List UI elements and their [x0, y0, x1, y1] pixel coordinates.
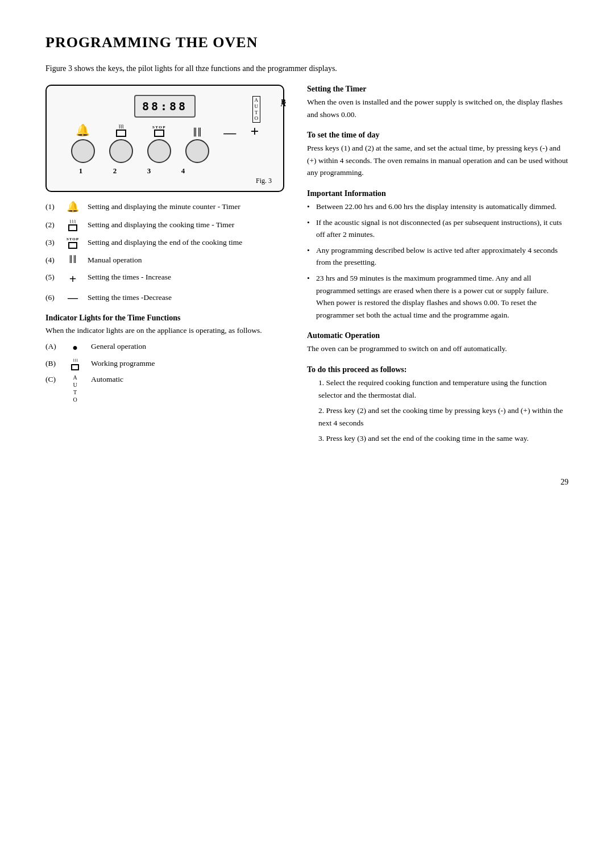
bullet-4: 23 hrs and 59 minutes is the maximum pro…: [307, 272, 569, 321]
list-item: (1) 🔔 Setting and displaying the minute …: [45, 201, 284, 214]
left-column: 88:88 AUTO A B 🔔 ⌇⌇⌇: [45, 85, 284, 455]
list-item: (3) STOP Setting and displaying the end …: [45, 237, 284, 248]
ind-label-a: (A): [45, 341, 59, 352]
steps-section: To do this proceed as follows: 1. Select…: [307, 365, 569, 445]
item-text-5: Setting the times - Increase: [88, 272, 284, 283]
oven-panel-diagram: 88:88 AUTO A B 🔔 ⌇⌇⌇: [45, 85, 284, 192]
important-info-title: Important Information: [307, 189, 569, 198]
bullet-2: If the acoustic signal is not disconnect…: [307, 216, 569, 241]
indicator-a: (A) ● General operation: [45, 341, 284, 354]
indicator-lights-section: Indicator Lights for the Time Functions …: [45, 314, 284, 403]
setting-timer-title: Setting the Timer: [307, 85, 569, 94]
item-icon-2-timer: ⌇⌇⌇: [63, 219, 83, 232]
item-num-3: (3): [45, 237, 58, 248]
ind-icon-a-circle: ●: [65, 341, 85, 354]
list-item: (2) ⌇⌇⌇ Setting and displaying the cooki…: [45, 219, 284, 232]
step-1: 1. Select the required cooking function …: [307, 377, 569, 401]
item-num-6: (6): [45, 292, 58, 303]
ind-label-b: (B): [45, 358, 59, 369]
list-item: (5) + Setting the times - Increase: [45, 272, 284, 286]
ind-icon-c-auto: AUTO: [65, 374, 85, 403]
button-2[interactable]: [109, 139, 133, 163]
panel-display-area: 88:88 AUTO A B: [58, 95, 272, 118]
item-text-1: Setting and displaying the minute counte…: [88, 201, 284, 212]
item-icon-4-manual: ∥∥: [63, 254, 83, 264]
manual-icon: ∥∥: [193, 126, 202, 137]
ind-icon-b-timer: ⌇⌇⌇: [65, 358, 85, 370]
plus-icon: +: [251, 124, 259, 139]
control-1-bell: 🔔: [71, 123, 95, 163]
important-info-section: Important Information Between 22.00 hrs …: [307, 189, 569, 321]
item-num-5: (5): [45, 272, 58, 283]
important-info-bullets: Between 22.00 hrs and 6.00 hrs the displ…: [307, 201, 569, 321]
auto-operation-text: The oven can be programmed to switch on …: [307, 343, 569, 355]
intro-text: Figure 3 shows the keys, the pilot light…: [45, 62, 569, 74]
indicator-intro: When the indicator lights are on the app…: [45, 325, 284, 336]
indicator-c: (C) AUTO Automatic: [45, 374, 284, 403]
item-num-2: (2): [45, 219, 58, 231]
bullet-3: Any programming described below is activ…: [307, 244, 569, 269]
control-minus: —: [223, 127, 236, 163]
indicator-title: Indicator Lights for the Time Functions: [45, 314, 284, 323]
timer-waves-icon: ⌇⌇⌇: [116, 124, 126, 137]
right-column: Setting the Timer When the oven is insta…: [307, 85, 569, 455]
label-b: B: [281, 97, 286, 106]
item-num-1: (1): [45, 201, 58, 212]
item-icon-5-plus: +: [63, 272, 83, 286]
auto-indicator: AUTO: [252, 96, 261, 123]
display-digits: 88:88: [142, 99, 188, 113]
control-3-stop: STOP: [147, 125, 171, 163]
fig-label: Fig. 3: [58, 177, 272, 185]
bullet-1: Between 22.00 hrs and 6.00 hrs the displ…: [307, 201, 569, 213]
button-3[interactable]: [147, 139, 171, 163]
item-num-4: (4): [45, 254, 58, 266]
stop-timer-icon: STOP: [152, 125, 166, 137]
bell-icon: 🔔: [76, 123, 90, 137]
panel-label-2: 2: [103, 166, 127, 176]
item-icon-6-minus: —: [63, 292, 83, 304]
page-number: 29: [45, 478, 569, 487]
step-3: 3. Press key (3) and set the end of the …: [307, 432, 569, 445]
set-time-text: Press keys (1) and (2) at the same, and …: [307, 142, 569, 179]
panel-label-3: 3: [137, 166, 161, 176]
set-time-title: To set the time of day: [307, 131, 569, 140]
panel-label-4: 4: [171, 166, 195, 176]
item-text-3: Setting and displaying the end of the co…: [88, 237, 284, 248]
item-icon-3-stop: STOP: [63, 237, 83, 248]
setting-timer-text: When the oven is installed and the power…: [307, 96, 569, 120]
step-2: 2. Press key (2) and set the cooking tim…: [307, 404, 569, 429]
list-item: (6) — Setting the times -Decrease: [45, 292, 284, 304]
setting-timer-section: Setting the Timer When the oven is insta…: [307, 85, 569, 120]
item-text-4: Manual operation: [88, 254, 284, 266]
panel-label-1: 1: [69, 166, 93, 176]
steps-title: To do this proceed as follows:: [307, 365, 569, 374]
set-time-section: To set the time of day Press keys (1) an…: [307, 131, 569, 179]
list-item: (4) ∥∥ Manual operation: [45, 254, 284, 266]
ind-text-a: General operation: [91, 341, 284, 352]
control-4-manual: ∥∥: [185, 126, 209, 163]
control-plus: +: [251, 124, 259, 163]
display-screen: 88:88: [134, 95, 196, 118]
auto-operation-title: Automatic Operation: [307, 331, 569, 340]
control-2-timer: ⌇⌇⌇: [109, 124, 133, 163]
button-4[interactable]: [185, 139, 209, 163]
ind-text-c: Automatic: [91, 374, 284, 385]
auto-operation-section: Automatic Operation The oven can be prog…: [307, 331, 569, 355]
item-icon-1-bell: 🔔: [63, 201, 83, 214]
ind-label-c: (C): [45, 374, 59, 385]
page-title: PROGRAMMING THE OVEN: [45, 34, 569, 51]
steps-list: 1. Select the required cooking function …: [307, 377, 569, 445]
button-1[interactable]: [71, 139, 95, 163]
items-list: (1) 🔔 Setting and displaying the minute …: [45, 201, 284, 304]
indicator-b: (B) ⌇⌇⌇ Working programme: [45, 358, 284, 370]
item-text-2: Setting and displaying the cooking time …: [88, 219, 284, 231]
ind-text-b: Working programme: [91, 358, 284, 369]
minus-icon: —: [223, 127, 236, 139]
item-text-6: Setting the times -Decrease: [88, 292, 284, 303]
